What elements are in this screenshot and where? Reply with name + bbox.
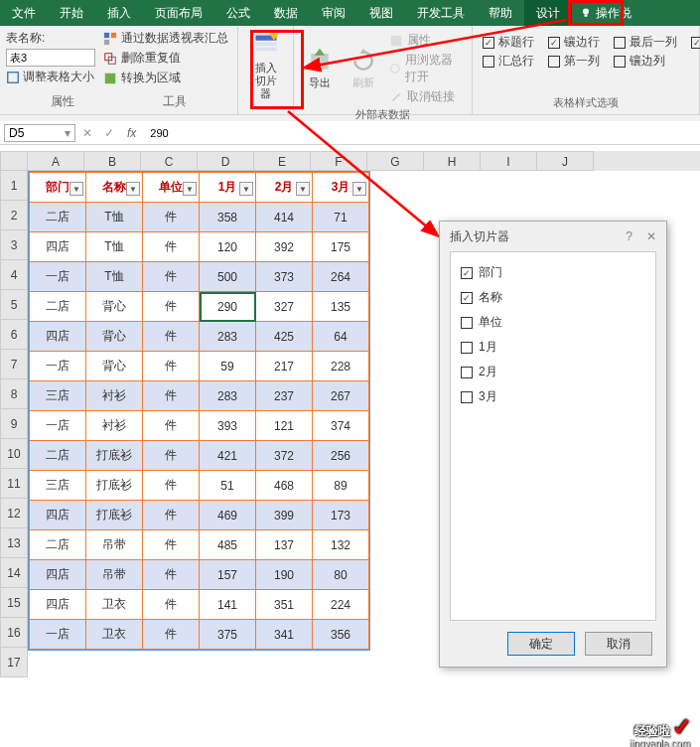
table-cell[interactable]: 327 xyxy=(256,292,313,322)
row-header-12[interactable]: 12 xyxy=(0,499,28,528)
table-cell[interactable]: 一店 xyxy=(30,411,86,441)
filter-dropdown-icon[interactable]: ▼ xyxy=(352,182,366,196)
table-cell[interactable]: 51 xyxy=(200,471,256,501)
tell-me[interactable]: 操作说 xyxy=(572,0,639,26)
table-cell[interactable]: 件 xyxy=(143,262,200,292)
col-header-I[interactable]: I xyxy=(481,151,537,171)
total-row-check[interactable]: 汇总行 xyxy=(483,53,534,70)
table-cell[interactable]: 341 xyxy=(256,620,313,650)
table-header[interactable]: 名称▼ xyxy=(86,173,143,203)
table-cell[interactable]: 件 xyxy=(143,232,200,262)
last-col-check[interactable]: 最后一列 xyxy=(614,34,677,51)
filter-check[interactable]: ✓筛选 xyxy=(691,34,700,51)
table-cell[interactable]: 件 xyxy=(143,203,200,232)
table-cell[interactable]: 137 xyxy=(256,530,313,560)
table-cell[interactable]: 件 xyxy=(143,590,200,620)
table-cell[interactable]: 356 xyxy=(313,620,369,650)
table-cell[interactable]: 二店 xyxy=(30,203,86,232)
table-cell[interactable]: 283 xyxy=(200,322,256,352)
table-cell[interactable]: 469 xyxy=(200,501,256,530)
dialog-help-icon[interactable]: ? xyxy=(626,229,632,243)
table-cell[interactable]: 89 xyxy=(313,471,369,501)
table-cell[interactable]: 四店 xyxy=(30,560,86,590)
formula-input[interactable]: 290 xyxy=(144,127,696,139)
tab-layout[interactable]: 页面布局 xyxy=(143,0,214,26)
table-cell[interactable]: 吊带 xyxy=(86,530,143,560)
table-cell[interactable]: 件 xyxy=(143,381,200,411)
col-header-J[interactable]: J xyxy=(537,151,594,171)
row-header-6[interactable]: 6 xyxy=(0,320,28,350)
table-cell[interactable]: 件 xyxy=(143,441,200,471)
table-header[interactable]: 1月▼ xyxy=(200,173,256,203)
row-header-2[interactable]: 2 xyxy=(0,201,28,230)
tab-data[interactable]: 数据 xyxy=(262,0,310,26)
tab-dev[interactable]: 开发工具 xyxy=(405,0,477,26)
filter-dropdown-icon[interactable]: ▼ xyxy=(70,182,83,196)
row-header-17[interactable]: 17 xyxy=(0,648,28,677)
table-cell[interactable]: T恤 xyxy=(86,203,143,232)
table-cell[interactable]: 件 xyxy=(143,352,200,381)
table-cell[interactable]: 132 xyxy=(313,530,369,560)
table-cell[interactable]: 500 xyxy=(200,262,256,292)
resize-table-button[interactable]: 调整表格大小 xyxy=(6,69,95,85)
table-cell[interactable]: 二店 xyxy=(30,441,86,471)
table-cell[interactable]: 71 xyxy=(313,203,369,232)
col-header-F[interactable]: F xyxy=(311,151,367,171)
table-cell[interactable]: 一店 xyxy=(30,352,86,381)
table-cell[interactable]: 217 xyxy=(256,352,313,381)
table-cell[interactable]: 打底衫 xyxy=(86,501,143,530)
table-cell[interactable]: 三店 xyxy=(30,381,86,411)
table-cell[interactable]: 一店 xyxy=(30,620,86,650)
table-cell[interactable]: 四店 xyxy=(30,232,86,262)
slicer-field-check[interactable]: ✓名称 xyxy=(459,285,647,310)
table-cell[interactable]: 打底衫 xyxy=(86,441,143,471)
table-cell[interactable]: 80 xyxy=(313,560,369,590)
table-cell[interactable]: 三店 xyxy=(30,471,86,501)
col-header-B[interactable]: B xyxy=(84,151,141,171)
select-all-corner[interactable] xyxy=(0,151,28,171)
table-cell[interactable]: 件 xyxy=(143,322,200,352)
table-cell[interactable]: 224 xyxy=(313,590,369,620)
filter-dropdown-icon[interactable]: ▼ xyxy=(239,182,253,196)
table-cell[interactable]: T恤 xyxy=(86,262,143,292)
table-cell[interactable]: 141 xyxy=(200,590,256,620)
row-header-5[interactable]: 5 xyxy=(0,290,28,320)
row-header-10[interactable]: 10 xyxy=(0,439,28,469)
row-header-14[interactable]: 14 xyxy=(0,558,28,588)
table-header[interactable]: 单位▼ xyxy=(143,173,200,203)
slicer-field-check[interactable]: 2月 xyxy=(459,360,647,384)
row-header-8[interactable]: 8 xyxy=(0,379,28,409)
insert-slicer-button[interactable]: 插入 切片器 xyxy=(244,30,287,103)
tab-home[interactable]: 开始 xyxy=(48,0,95,26)
filter-dropdown-icon[interactable]: ▼ xyxy=(183,182,197,196)
table-cell[interactable]: 吊带 xyxy=(86,560,143,590)
export-button[interactable]: 导出 xyxy=(300,30,340,107)
remove-dup-button[interactable]: 删除重复值 xyxy=(103,50,228,67)
table-cell[interactable]: 件 xyxy=(143,471,200,501)
tab-insert[interactable]: 插入 xyxy=(95,0,143,26)
table-cell[interactable]: 374 xyxy=(313,411,369,441)
col-header-A[interactable]: A xyxy=(28,151,84,171)
table-cell[interactable]: 190 xyxy=(256,560,313,590)
table-cell[interactable]: T恤 xyxy=(86,232,143,262)
table-cell[interactable]: 393 xyxy=(200,411,256,441)
table-cell[interactable]: 228 xyxy=(313,352,369,381)
table-cell[interactable]: 468 xyxy=(256,471,313,501)
row-header-16[interactable]: 16 xyxy=(0,618,28,648)
row-header-13[interactable]: 13 xyxy=(0,528,28,558)
table-cell[interactable]: 背心 xyxy=(86,292,143,322)
header-row-check[interactable]: ✓标题行 xyxy=(483,34,534,51)
table-cell[interactable]: 120 xyxy=(200,232,256,262)
slicer-field-check[interactable]: 1月 xyxy=(459,335,647,360)
table-cell[interactable]: 256 xyxy=(313,441,369,471)
table-cell[interactable]: 59 xyxy=(200,352,256,381)
filter-dropdown-icon[interactable]: ▼ xyxy=(126,182,140,196)
tab-view[interactable]: 视图 xyxy=(357,0,405,26)
slicer-field-check[interactable]: ✓部门 xyxy=(459,260,647,285)
table-cell[interactable]: 件 xyxy=(143,560,200,590)
tab-review[interactable]: 审阅 xyxy=(310,0,357,26)
accept-formula-icon[interactable]: ✓ xyxy=(99,126,119,140)
table-cell[interactable]: 四店 xyxy=(30,501,86,530)
table-cell[interactable]: 351 xyxy=(256,590,313,620)
refresh-button[interactable]: 刷新 xyxy=(344,30,383,107)
